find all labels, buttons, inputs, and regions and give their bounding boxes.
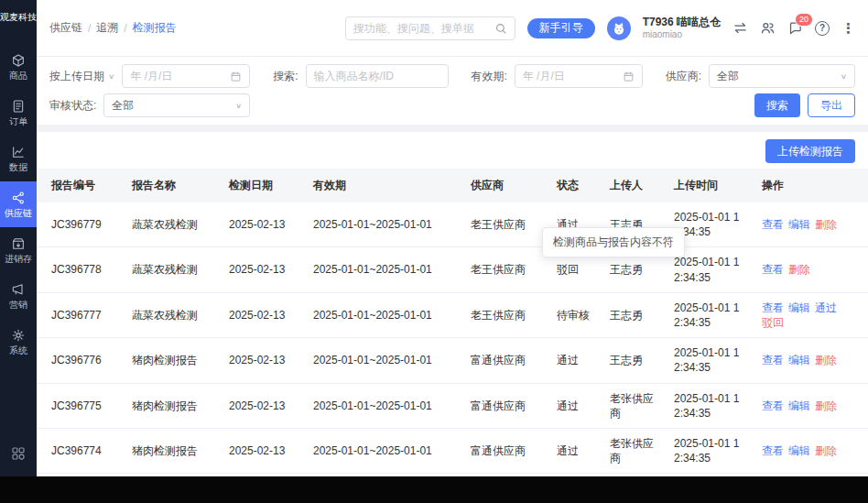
action-通过[interactable]: 通过 (815, 301, 837, 314)
sidebar-item-marketing[interactable]: 营销 (0, 273, 37, 319)
messages-icon[interactable]: 20 (787, 20, 803, 36)
contacts-icon[interactable] (760, 20, 776, 36)
export-button[interactable]: 导出 (808, 93, 855, 117)
action-删除[interactable]: 删除 (815, 218, 837, 231)
calendar-icon (230, 71, 242, 82)
cell-id: JC396776 (37, 338, 125, 383)
cell-supplier: 富通供应商 (463, 383, 549, 428)
breadcrumb-item-supply-chain[interactable]: 供应链 (49, 20, 82, 36)
sidebar-item-label: 供应链 (5, 209, 32, 218)
date-type-dropdown[interactable]: 按上传日期∨ (49, 69, 114, 84)
cell-uploader: 王志勇 (602, 292, 667, 337)
sidebar: 观麦科技 商品 订单 数据 供应链 (0, 0, 37, 476)
supplier-select[interactable]: 全部 ∨ (709, 64, 855, 88)
validity-date-input[interactable]: 年 /月/日 (515, 64, 643, 88)
action-编辑[interactable]: 编辑 (788, 354, 810, 366)
upload-report-button[interactable]: 上传检测报告 (765, 139, 855, 163)
action-编辑[interactable]: 编辑 (788, 218, 810, 231)
table-header-row: 报告编号 报告名称 检测日期 有效期 供应商 状态 上传人 上传时间 操作 (37, 169, 868, 202)
search-button[interactable]: 搜索 (754, 93, 800, 117)
action-编辑[interactable]: 编辑 (788, 444, 810, 457)
action-查看[interactable]: 查看 (762, 399, 784, 412)
cell-id: JC396775 (37, 383, 125, 428)
action-删除[interactable]: 删除 (815, 399, 837, 412)
action-编辑[interactable]: 编辑 (788, 399, 810, 412)
cell-time: 2025-01-01 12:34:35 (667, 428, 754, 473)
cell-name: 蔬菜农残检测 (125, 247, 222, 292)
breadcrumb-item-trace[interactable]: 追溯 (96, 20, 118, 36)
cell-validity: 2025-01-01~2025-01-01 (306, 292, 463, 337)
orders-icon (11, 99, 26, 114)
user-name: T7936 喵喵总仓 (643, 16, 721, 29)
action-删除[interactable]: 删除 (815, 444, 837, 457)
col-supplier: 供应商 (463, 169, 549, 202)
cell-actions: 查看编辑删除 (754, 202, 868, 247)
section-divider (37, 125, 868, 132)
chart-icon (11, 145, 26, 159)
avatar[interactable] (607, 16, 631, 40)
cell-actions: 查看编辑删除 (754, 338, 868, 383)
action-驳回[interactable]: 驳回 (762, 316, 784, 329)
action-查看[interactable]: 查看 (762, 301, 784, 314)
bottom-bar (0, 476, 868, 503)
audit-status-select[interactable]: 全部 ∨ (103, 93, 250, 117)
cell-name: 猪肉检测报告 (125, 383, 222, 428)
cell-supplier: 富通供应商 (463, 338, 549, 383)
sidebar-item-goods[interactable]: 商品 (0, 44, 37, 90)
col-report-name: 报告名称 (125, 169, 222, 202)
sidebar-item-label: 系统 (9, 346, 27, 355)
cell-name: 猪肉检测报告 (125, 338, 222, 383)
cell-validity: 2025-01-01~2025-01-01 (306, 202, 463, 247)
help-icon[interactable]: ? (815, 21, 830, 36)
megaphone-icon (11, 282, 26, 297)
action-查看[interactable]: 查看 (762, 354, 784, 366)
table-body: JC396779蔬菜农残检测2025-02-132025-01-01~2025-… (37, 202, 868, 474)
main-area: 供应链 / 追溯 / 检测报告 新手引导 T7936 喵喵总仓 miaomiao (37, 0, 868, 476)
cell-supplier: 老王供应商 (463, 247, 549, 292)
cell-actions: 查看删除 (754, 247, 868, 292)
breadcrumb-item-report: 检测报告 (133, 20, 177, 36)
action-查看[interactable]: 查看 (762, 263, 784, 276)
more-icon[interactable]: ⋮ (841, 20, 855, 37)
cell-actions: 查看编辑删除 (754, 428, 868, 473)
action-删除[interactable]: 删除 (815, 354, 837, 366)
guide-button[interactable]: 新手引导 (527, 18, 595, 38)
sidebar-item-label: 订单 (9, 117, 27, 126)
switch-store-icon[interactable] (732, 20, 748, 36)
action-删除[interactable]: 删除 (788, 263, 810, 276)
search-label: 搜索: (273, 69, 298, 84)
global-search (345, 16, 515, 40)
sidebar-item-inventory[interactable]: 进销存 (0, 227, 37, 273)
supply-chain-icon (11, 191, 26, 205)
sidebar-item-supply-chain[interactable]: 供应链 (0, 181, 37, 227)
search-icon[interactable] (494, 22, 507, 35)
product-search-input[interactable] (306, 64, 449, 88)
cell-status: 待审核 (549, 292, 602, 337)
global-search-input[interactable] (353, 22, 494, 35)
message-badge: 20 (795, 13, 813, 27)
filter-panel: 按上传日期∨ 年 /月/日 搜索: 有效期: 年 /月/日 (37, 57, 868, 125)
action-查看[interactable]: 查看 (762, 444, 784, 457)
user-info[interactable]: T7936 喵喵总仓 miaomiao (643, 16, 721, 41)
breadcrumb: 供应链 / 追溯 / 检测报告 (49, 20, 177, 36)
table-row: JC396778蔬菜农残检测2025-02-132025-01-01~2025-… (37, 247, 868, 292)
cell-name: 蔬菜农残检测 (125, 202, 222, 247)
cell-uploader: 老张供应商 (602, 383, 667, 428)
cell-id: JC396779 (37, 202, 125, 247)
inventory-icon (11, 236, 26, 251)
sidebar-item-data[interactable]: 数据 (0, 136, 37, 181)
upload-date-input[interactable]: 年 /月/日 (122, 64, 250, 88)
cell-id: JC396774 (37, 428, 125, 473)
action-编辑[interactable]: 编辑 (788, 301, 810, 314)
col-report-id: 报告编号 (37, 169, 125, 202)
cell-validity: 2025-01-01~2025-01-01 (306, 428, 463, 473)
cell-uploader: 王志勇 (602, 338, 667, 383)
apps-grid-button[interactable] (10, 445, 27, 476)
sidebar-item-orders[interactable]: 订单 (0, 90, 37, 136)
cell-supplier: 老王供应商 (463, 292, 549, 337)
chevron-down-icon: ∨ (235, 102, 242, 110)
action-查看[interactable]: 查看 (762, 218, 784, 231)
cell-date: 2025-02-13 (222, 292, 306, 337)
sidebar-item-system[interactable]: 系统 (0, 319, 37, 365)
cell-supplier: 老王供应商 (463, 202, 549, 247)
